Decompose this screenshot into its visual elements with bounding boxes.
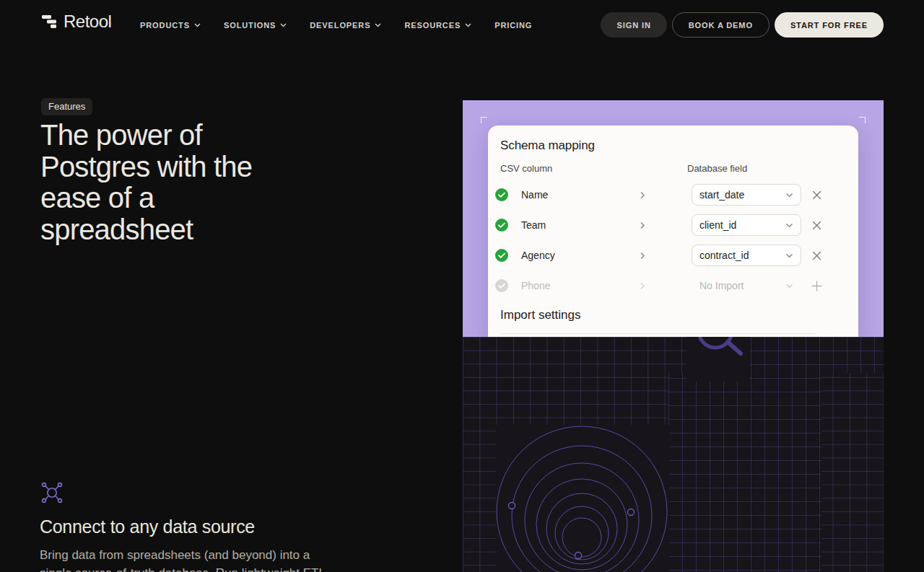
retool-logo-icon [41, 14, 57, 30]
column-headers: CSV column Database field [500, 163, 846, 175]
nav-item-label: SOLUTIONS [224, 21, 276, 30]
crop-mark-top-left [481, 117, 487, 123]
import-settings-title: Import settings [500, 308, 846, 322]
chevron-right-icon [640, 252, 646, 260]
background-grid-art [463, 337, 884, 572]
selected-field: contract_id [699, 250, 785, 261]
chevron-down-icon [785, 223, 793, 228]
logo-wordmark: Retool [64, 12, 111, 32]
database-field-select[interactable]: start_date [692, 184, 801, 206]
check-circle-icon [495, 249, 508, 262]
card-title: Schema mapping [500, 138, 846, 153]
nav-menu: PRODUCTS SOLUTIONS DEVELOPERS RESOURCES … [140, 0, 532, 50]
check-circle-icon [495, 219, 508, 232]
database-field-select[interactable]: No Import [692, 275, 801, 296]
remove-mapping-button[interactable] [811, 220, 822, 231]
headline-line: ease of a [40, 182, 358, 214]
mapping-row-agency: Agency contract_id [488, 240, 858, 270]
csv-column-header: CSV column [500, 163, 552, 174]
connect-nodes-icon [40, 480, 64, 505]
sign-in-button[interactable]: SIGN IN [601, 12, 666, 38]
csv-column-name: Name [521, 189, 629, 201]
remove-mapping-button[interactable] [811, 250, 822, 261]
database-field-header: Database field [687, 163, 747, 174]
chevron-down-icon [375, 23, 381, 27]
nav-item-label: DEVELOPERS [310, 21, 370, 30]
database-field-select[interactable]: client_id [692, 214, 801, 236]
chevron-down-icon [465, 23, 471, 27]
headline-line: The power of [40, 120, 358, 151]
csv-column-name: Agency [521, 250, 629, 261]
book-a-demo-button[interactable]: BOOK A DEMO [672, 12, 770, 38]
crop-mark-top-right [859, 117, 866, 123]
mapping-row-phone: Phone No Import [488, 270, 858, 301]
nav-item-label: PRICING [494, 21, 532, 30]
x-icon [812, 190, 821, 200]
mapping-row-team: Team client_id [488, 210, 858, 240]
hero-visual-panel: Schema mapping CSV column Database field… [463, 100, 884, 572]
chevron-right-icon [640, 191, 646, 199]
headline-line: spreadsheet [40, 214, 358, 246]
feature-title: Connect to any data source [40, 516, 343, 537]
schema-mapping-card: Schema mapping CSV column Database field… [488, 126, 858, 337]
chevron-right-icon [640, 282, 646, 290]
purple-backdrop: Schema mapping CSV column Database field… [463, 100, 884, 337]
nav-actions: SIGN IN BOOK A DEMO START FOR FREE [601, 12, 884, 38]
chevron-down-icon [194, 23, 201, 27]
page: Retool PRODUCTS SOLUTIONS DEVELOPERS RES… [0, 0, 924, 572]
nav-item-pricing[interactable]: PRICING [494, 21, 532, 30]
chevron-down-icon [785, 193, 793, 198]
nav-item-label: PRODUCTS [140, 21, 190, 30]
add-mapping-button[interactable] [811, 281, 822, 291]
nav-item-resources[interactable]: RESOURCES [404, 21, 471, 30]
x-icon [812, 221, 821, 230]
check-circle-icon [495, 188, 508, 201]
check-circle-icon-disabled [495, 279, 508, 292]
nav-item-developers[interactable]: DEVELOPERS [310, 21, 381, 30]
csv-column-name: Team [521, 219, 629, 231]
chevron-down-icon [785, 283, 793, 289]
headline-line: Postgres with the [40, 151, 358, 183]
feature-description: Bring data from spreadsheets (and beyond… [40, 547, 336, 572]
feature-section: Connect to any data source Bring data fr… [40, 480, 343, 572]
page-title: The power of Postgres with the ease of a… [40, 120, 358, 245]
selected-field: client_id [699, 219, 785, 231]
x-icon [812, 251, 821, 260]
database-field-select[interactable]: contract_id [692, 245, 801, 266]
remove-mapping-button[interactable] [811, 190, 822, 201]
plus-icon [811, 281, 822, 291]
mapping-row-name: Name start_date [488, 180, 858, 210]
chevron-right-icon [640, 221, 646, 229]
chevron-down-icon [280, 23, 287, 27]
nav-item-products[interactable]: PRODUCTS [140, 21, 201, 30]
selected-field: No Import [699, 280, 785, 291]
selected-field: start_date [699, 189, 785, 201]
csv-column-name: Phone [521, 280, 629, 291]
chevron-down-icon [785, 253, 793, 258]
top-nav: Retool PRODUCTS SOLUTIONS DEVELOPERS RES… [0, 0, 924, 50]
retool-logo[interactable]: Retool [41, 12, 111, 32]
features-badge: Features [41, 98, 92, 115]
start-for-free-button[interactable]: START FOR FREE [775, 12, 884, 38]
nav-item-solutions[interactable]: SOLUTIONS [224, 21, 287, 30]
divider [500, 333, 815, 334]
mapping-rows: Name start_date [488, 180, 858, 301]
nav-item-label: RESOURCES [404, 21, 461, 30]
